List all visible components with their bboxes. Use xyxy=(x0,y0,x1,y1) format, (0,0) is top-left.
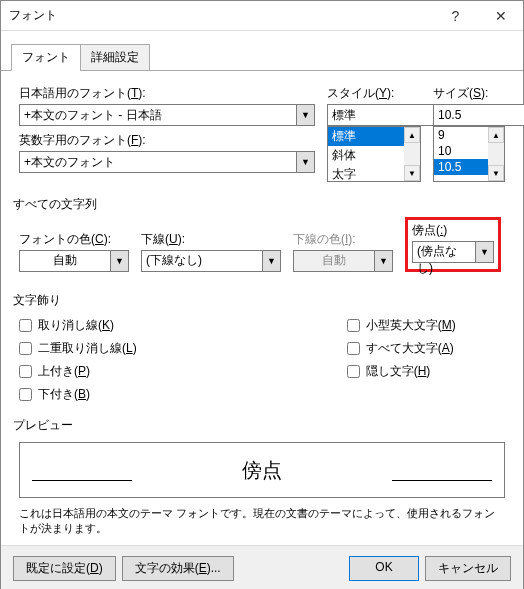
double-strike-checkbox[interactable]: 二重取り消し線(L) xyxy=(19,340,137,357)
ok-button[interactable]: OK xyxy=(349,556,419,581)
list-item[interactable]: 標準 xyxy=(328,127,404,146)
allcaps-checkbox[interactable]: すべて大文字(A) xyxy=(347,340,456,357)
tab-strip: フォント 詳細設定 xyxy=(1,35,523,71)
size-input-wrap[interactable] xyxy=(433,104,505,126)
size-listbox[interactable]: 9 10 10.5 ▲▼ xyxy=(433,126,505,182)
jp-font-input[interactable] xyxy=(19,104,297,126)
text-effects-button[interactable]: 文字の効果(E)... xyxy=(122,556,234,581)
chevron-down-icon: ▼ xyxy=(375,250,393,272)
style-listbox[interactable]: 標準 斜体 太字 ▲▼ xyxy=(327,126,421,182)
style-label: スタイル(Y): xyxy=(327,85,421,102)
style-input-wrap[interactable] xyxy=(327,104,421,126)
list-item[interactable]: 9 xyxy=(434,127,488,143)
chevron-down-icon[interactable]: ▼ xyxy=(263,250,281,272)
superscript-checkbox[interactable]: 上付き(P) xyxy=(19,363,137,380)
en-font-combo[interactable]: ▼ xyxy=(19,151,315,173)
tab-font[interactable]: フォント xyxy=(11,44,81,71)
font-color-combo[interactable]: 自動▼ xyxy=(19,250,129,272)
close-button[interactable]: ✕ xyxy=(478,1,523,31)
emphasis-combo[interactable]: (傍点なし)▼ xyxy=(412,241,494,263)
preview-line xyxy=(392,480,492,481)
underline-color-label: 下線の色(I): xyxy=(293,231,393,248)
underline-color-value: 自動 xyxy=(293,250,375,272)
window-title: フォント xyxy=(1,7,433,24)
underline-combo[interactable]: (下線なし)▼ xyxy=(141,250,281,272)
font-color-label: フォントの色(C): xyxy=(19,231,129,248)
scroll-up-icon[interactable]: ▲ xyxy=(404,127,420,143)
underline-label: 下線(U): xyxy=(141,231,281,248)
underline-color-combo: 自動▼ xyxy=(293,250,393,272)
size-input[interactable] xyxy=(433,104,524,126)
preview-text: 傍点 xyxy=(242,457,282,484)
en-font-label: 英数字用のフォント(F): xyxy=(19,132,315,149)
emphasis-value: (傍点なし) xyxy=(412,241,476,263)
chevron-down-icon[interactable]: ▼ xyxy=(111,250,129,272)
preview-line xyxy=(32,480,132,481)
scroll-up-icon[interactable]: ▲ xyxy=(488,127,504,143)
size-label: サイズ(S): xyxy=(433,85,505,102)
scrollbar[interactable]: ▲▼ xyxy=(488,127,504,181)
font-color-value: 自動 xyxy=(19,250,111,272)
tab-advanced[interactable]: 詳細設定 xyxy=(80,44,150,71)
jp-font-label: 日本語用のフォント(T): xyxy=(19,85,315,102)
scrollbar[interactable]: ▲▼ xyxy=(404,127,420,181)
all-chars-label: すべての文字列 xyxy=(13,196,505,213)
list-item[interactable]: 10 xyxy=(434,143,488,159)
list-item[interactable]: 斜体 xyxy=(328,146,404,165)
chevron-down-icon[interactable]: ▼ xyxy=(297,104,315,126)
emphasis-label: 傍点(:) xyxy=(412,222,494,239)
jp-font-combo[interactable]: ▼ xyxy=(19,104,315,126)
smallcaps-checkbox[interactable]: 小型英大文字(M) xyxy=(347,317,456,334)
emphasis-highlight: 傍点(:) (傍点なし)▼ xyxy=(405,217,501,272)
footer: 既定に設定(D) 文字の効果(E)... OK キャンセル xyxy=(1,545,523,589)
cancel-button[interactable]: キャンセル xyxy=(425,556,511,581)
set-default-button[interactable]: 既定に設定(D) xyxy=(13,556,116,581)
underline-value: (下線なし) xyxy=(141,250,263,272)
titlebar: フォント ? ✕ xyxy=(1,1,523,31)
help-button[interactable]: ? xyxy=(433,1,478,31)
scroll-down-icon[interactable]: ▼ xyxy=(488,165,504,181)
subscript-checkbox[interactable]: 下付き(B) xyxy=(19,386,137,403)
scroll-down-icon[interactable]: ▼ xyxy=(404,165,420,181)
chevron-down-icon[interactable]: ▼ xyxy=(476,241,494,263)
list-item[interactable]: 10.5 xyxy=(434,159,488,175)
content-area: 日本語用のフォント(T): ▼ 英数字用のフォント(F): ▼ スタイル(Y):… xyxy=(1,71,523,545)
hidden-checkbox[interactable]: 隠し文字(H) xyxy=(347,363,456,380)
list-item[interactable]: 太字 xyxy=(328,165,404,182)
chevron-down-icon[interactable]: ▼ xyxy=(297,151,315,173)
strike-checkbox[interactable]: 取り消し線(K) xyxy=(19,317,137,334)
en-font-input[interactable] xyxy=(19,151,297,173)
decoration-label: 文字飾り xyxy=(13,292,505,309)
preview-label: プレビュー xyxy=(13,417,505,434)
font-dialog: フォント ? ✕ フォント 詳細設定 日本語用のフォント(T): ▼ 英数字用の… xyxy=(0,0,524,589)
preview-box: 傍点 xyxy=(19,442,505,498)
description-text: これは日本語用の本文のテーマ フォントです。現在の文書のテーマによって、使用され… xyxy=(19,506,505,537)
